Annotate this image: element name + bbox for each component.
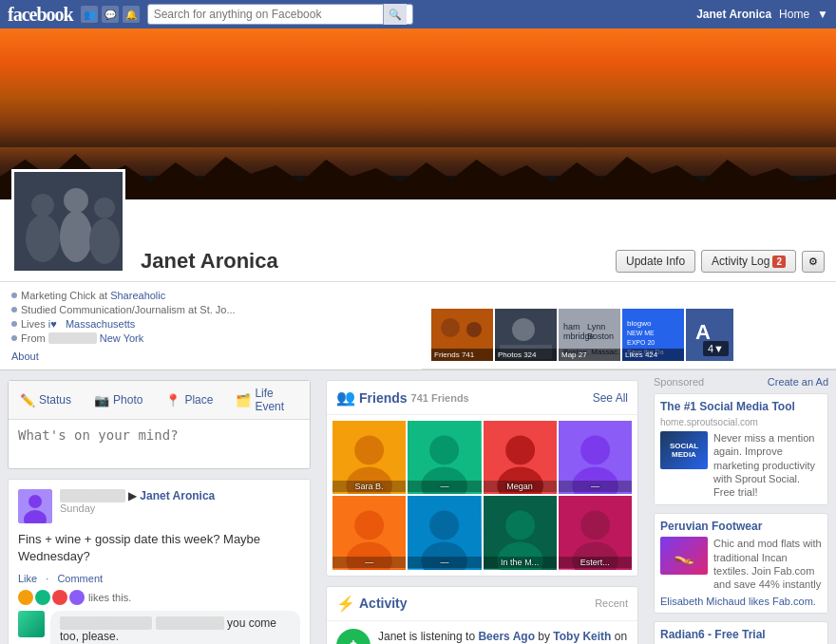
friend-thumb-8[interactable]: Estert... (559, 496, 632, 569)
status-tab-status[interactable]: ✏️ Status (9, 381, 83, 419)
likes-thumb[interactable]: blogwoNEW MEEXPO 20Save the Da Likes 424 (622, 309, 684, 361)
photo-tab-label: Photo (113, 393, 142, 407)
shareaholic-link[interactable]: Shareaholic (110, 290, 165, 301)
photos-label: Photos 324 (495, 349, 557, 361)
spotify-icon (336, 629, 370, 645)
info-row-lives: Lives i♥ Massachusetts (11, 318, 410, 330)
info-row-from: From — New York (11, 332, 410, 344)
friend-name-1: Sara B. (332, 481, 406, 492)
dropdown-icon[interactable]: ▼ (817, 8, 828, 21)
privacy-button[interactable]: ⚙ (802, 251, 825, 273)
life-icon: 🗂️ (236, 393, 251, 407)
svg-text:blogwo: blogwo (627, 319, 652, 328)
friend-name-7: In the M... (484, 557, 557, 568)
ad-peruvian-desc: Chic and mod flats with traditional Inca… (713, 537, 822, 591)
status-tab-life[interactable]: 🗂️ Life Event (224, 381, 310, 419)
search-button[interactable]: 🔍 (383, 4, 407, 25)
status-input[interactable] (9, 420, 310, 465)
activity-box-title: ⚡ Activity (336, 595, 408, 613)
lives-link[interactable]: i♥ (48, 318, 57, 330)
ad-sprout-thumb[interactable]: SOCIAL MEDIA (660, 431, 708, 469)
friend-thumb-6[interactable]: — (408, 496, 481, 569)
friends-thumb[interactable]: Friends 741 (431, 309, 493, 361)
beers-ago-link[interactable]: Beers Ago (478, 630, 535, 643)
post-actions: Like · Comment (18, 573, 300, 584)
profile-header: Janet Aronica Update Info Activity Log 2… (0, 199, 836, 281)
profile-photo-img (14, 172, 123, 271)
activity-log-button[interactable]: Activity Log 2 (701, 250, 796, 273)
status-tab-photo[interactable]: 📷 Photo (83, 381, 154, 419)
map-thumb[interactable]: hammbridgeLynnBostonBoston, Massac... Ma… (559, 309, 620, 361)
activity-box-header: ⚡ Activity Recent (327, 587, 637, 621)
status-tab-place[interactable]: 📍 Place (154, 381, 224, 419)
comment-link[interactable]: Comment (57, 573, 103, 584)
photos-count: 324 (523, 350, 536, 359)
notifications-nav-icon[interactable]: 🔔 (123, 6, 140, 23)
ad-radian6-title[interactable]: Radian6 - Free Trial (660, 628, 822, 641)
friend-thumb-4[interactable]: — (559, 421, 632, 494)
massachusetts-link[interactable]: Massachusetts (66, 318, 135, 330)
action-arrow: ▶ (128, 489, 140, 502)
ad-sprout-body: SOCIAL MEDIA Never miss a mention again.… (660, 431, 822, 499)
facebook-logo[interactable]: facebook (8, 4, 73, 26)
likes-row: likes this. (18, 590, 300, 605)
friends-count: 741 (462, 350, 474, 359)
friends-box: 👥 Friends 741 Friends See All Sara B. — (326, 380, 638, 577)
photo-strip: Friends 741 Photos 324 hammbridgeLynnBos… (422, 282, 836, 369)
commenter-name-1[interactable]: Mb (60, 616, 152, 630)
post-time: Sunday (60, 502, 300, 514)
more-thumb[interactable]: A 4▼ (686, 309, 733, 361)
toby-keith-link[interactable]: Toby Keith (553, 630, 611, 643)
friends-icon: 👥 (336, 388, 355, 407)
user-name[interactable]: Janet Aronica (696, 8, 771, 21)
friends-grid: Sara B. — Megan — — (327, 415, 637, 576)
friends-title-text: Friends (359, 390, 408, 406)
likes-label: Likes 424 (622, 349, 684, 361)
search-bar: 🔍 (147, 4, 413, 25)
friend-thumb-7[interactable]: In the M... (484, 496, 557, 569)
info-dot-2 (11, 307, 17, 313)
ad-peruvian-body: 👡 Chic and mod flats with traditional In… (660, 537, 822, 591)
tagged-name[interactable]: Janet Aronica (140, 489, 215, 502)
see-all-friends[interactable]: See All (593, 391, 628, 405)
friend-thumb-2[interactable]: — (408, 421, 481, 494)
newyork-link[interactable]: New York (100, 332, 143, 344)
profile-photo[interactable] (11, 169, 125, 274)
friends-box-title: 👥 Friends 741 Friends (336, 388, 469, 407)
ad-sprout-title[interactable]: The #1 Social Media Tool (660, 400, 822, 413)
svg-point-1 (31, 194, 54, 217)
ad-sprout-social: The #1 Social Media Tool home.sproutsoci… (654, 393, 828, 505)
messages-nav-icon[interactable]: 💬 (102, 6, 119, 23)
friend-thumb-1[interactable]: Sara B. (332, 421, 406, 494)
info-dot-3 (11, 321, 17, 327)
activity-box: ⚡ Activity Recent Janet is listening to (326, 586, 638, 645)
update-info-button[interactable]: Update Info (616, 250, 695, 273)
info-from: From — New York (21, 332, 143, 344)
likes-avatars (18, 590, 85, 605)
friends-nav-icon[interactable]: 👥 (81, 6, 98, 23)
post-content: Fins + wine + gossip date this week? May… (18, 531, 300, 565)
like-link[interactable]: Like (18, 573, 37, 584)
main-layout: ✏️ Status 📷 Photo 📍 Place 🗂️ Life Event (0, 370, 836, 644)
commenter-target[interactable]: — (156, 616, 224, 630)
search-input[interactable] (154, 8, 383, 21)
friend-name-6: — (408, 557, 481, 568)
left-column: ✏️ Status 📷 Photo 📍 Place 🗂️ Life Event (0, 370, 318, 644)
photos-thumb[interactable]: Photos 324 (495, 309, 557, 361)
svg-text:NEW ME: NEW ME (627, 330, 655, 336)
poster-name[interactable]: N (60, 489, 125, 502)
svg-point-36 (505, 435, 535, 464)
ad-peruvian-thumb[interactable]: 👡 (660, 537, 708, 575)
svg-point-45 (429, 511, 459, 540)
info-row-job: Marketing Chick at Shareaholic (11, 290, 410, 301)
svg-point-5 (94, 198, 115, 218)
create-ad-link[interactable]: Create an Ad (768, 376, 828, 388)
about-link[interactable]: About (11, 350, 39, 362)
ad-peruvian-title[interactable]: Peruvian Footwear (660, 520, 822, 533)
commenter-avatar-1 (18, 611, 45, 637)
svg-point-9 (466, 322, 482, 337)
status-tab-label: Status (39, 393, 71, 407)
friend-thumb-3[interactable]: Megan (484, 421, 557, 494)
friend-thumb-5[interactable]: — (332, 496, 406, 569)
home-button[interactable]: Home (779, 8, 809, 21)
